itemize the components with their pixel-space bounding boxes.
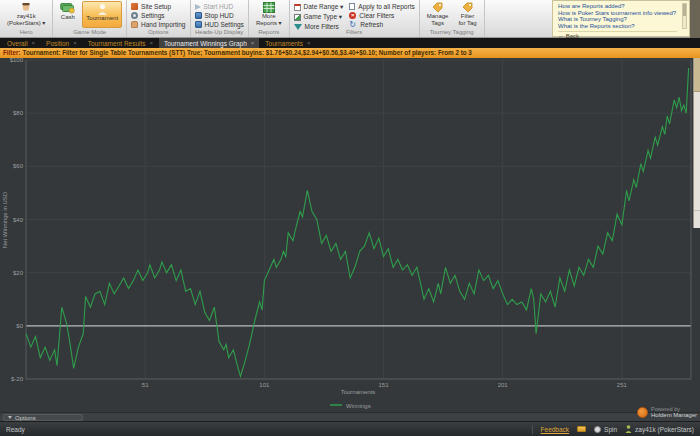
- ribbon-group-reports: More Reports ▾ Reports: [249, 0, 290, 37]
- hero-site: (PokerStars) ▾: [7, 20, 45, 27]
- game-type-label: Game Type ▾: [304, 13, 343, 21]
- clear-filters-button[interactable]: Clear Filters: [349, 12, 414, 19]
- tab-close-icon[interactable]: ×: [150, 40, 154, 46]
- tab-label: Position: [46, 40, 69, 47]
- tab-close-icon[interactable]: ×: [307, 40, 311, 46]
- folder-icon[interactable]: [577, 426, 586, 432]
- spin-indicator[interactable]: Spin: [594, 426, 617, 433]
- feedback-link[interactable]: Feedback: [541, 426, 570, 433]
- hud-settings-label: HUD Settings: [205, 21, 244, 28]
- help-link-tournament-info[interactable]: How is Poker Stars tournament info viewe…: [558, 10, 677, 17]
- help-link-reports-added[interactable]: How are Reports added?: [558, 3, 677, 10]
- svg-text:$60: $60: [13, 163, 24, 169]
- tournament-icon: [97, 3, 108, 15]
- account-label: zay41k (PokerStars): [635, 426, 694, 433]
- clear-filters-label: Clear Filters: [359, 12, 394, 19]
- report-table-icon: [263, 2, 275, 13]
- site-setup-button[interactable]: Site Setup: [131, 3, 185, 10]
- account-indicator[interactable]: zay41k (PokerStars): [625, 425, 694, 433]
- game-type-button[interactable]: Game Type ▾: [294, 13, 344, 21]
- play-icon: [195, 4, 201, 10]
- settings-label: Settings: [141, 12, 165, 19]
- cash-button[interactable]: Cash: [57, 1, 78, 28]
- svg-text:$100: $100: [10, 58, 24, 63]
- manage-tags-line1: Manage: [427, 13, 449, 20]
- tab-close-icon[interactable]: ×: [32, 40, 36, 46]
- ribbon-group-hero: zay41k (PokerStars) ▾ Hero: [0, 0, 53, 37]
- group-label-filters: Filters: [290, 28, 419, 37]
- calendar-icon: [294, 4, 301, 11]
- filter-for-tag-line2: for Tag: [458, 20, 476, 27]
- stop-hud-label: Stop HUD: [205, 12, 234, 19]
- ribbon-group-hud: Start HUD Stop HUD HUD Settings Heads-Up…: [191, 0, 249, 37]
- tab-overall[interactable]: Overall ×: [2, 38, 40, 48]
- hand-icon: [131, 21, 138, 28]
- tab-tournament-winnings-graph[interactable]: Tournament Winnings Graph ×: [159, 38, 259, 48]
- stop-hud-button[interactable]: Stop HUD: [195, 12, 244, 19]
- tab-tournaments[interactable]: Tournaments ×: [260, 38, 315, 48]
- status-bar: Ready Feedback Spin zay41k (PokerStars): [0, 421, 700, 436]
- right-edge-panel-strip: [693, 58, 700, 228]
- svg-text:$20: $20: [13, 270, 24, 276]
- group-label-hud: Heads-Up Display: [191, 28, 248, 37]
- status-separator: [532, 425, 533, 434]
- date-range-button[interactable]: Date Range ▾: [294, 3, 344, 11]
- tab-tournament-results[interactable]: Tournament Results ×: [83, 38, 158, 48]
- cash-label: Cash: [61, 14, 75, 21]
- options-button[interactable]: Options: [3, 414, 83, 421]
- manage-tags-button[interactable]: Manage Tags: [424, 1, 452, 28]
- help-scrollbar[interactable]: [682, 3, 687, 29]
- branding: Powered by Holdem Manager: [637, 406, 697, 419]
- settings-button[interactable]: Settings: [131, 12, 185, 19]
- svg-text:$-20: $-20: [11, 376, 24, 382]
- x-axis-title: Tournaments: [341, 389, 376, 395]
- branding-line2: Holdem Manager: [651, 412, 697, 419]
- cards-icon: [294, 14, 301, 21]
- manage-tags-line2: Tags: [431, 20, 444, 27]
- apply-all-reports-button[interactable]: Apply to all Reports: [349, 3, 414, 10]
- help-back-button[interactable]: ← Back: [558, 31, 677, 39]
- tab-position[interactable]: Position ×: [41, 38, 82, 48]
- help-link-tourney-tagging[interactable]: What is Tourney Tagging?: [558, 16, 677, 23]
- gear-icon: [131, 12, 138, 19]
- svg-text:$80: $80: [13, 110, 24, 116]
- chevron-down-icon: [8, 416, 12, 419]
- svg-text:251: 251: [617, 382, 628, 388]
- right-edge-panel-divider: [694, 210, 700, 211]
- site-setup-label: Site Setup: [141, 3, 171, 10]
- help-panel: How are Reports added? How is Poker Star…: [552, 0, 690, 37]
- y-axis-title: Net Winnings in USD: [2, 191, 8, 248]
- filter-prefix: Filter:: [3, 49, 21, 56]
- tab-bar: Overall × Position × Tournament Results …: [0, 38, 700, 48]
- hud-settings-button[interactable]: HUD Settings: [195, 21, 244, 28]
- hud-settings-icon: [195, 21, 202, 28]
- site-setup-icon: [131, 3, 138, 10]
- filter-for-tag-button[interactable]: Filter for Tag: [455, 1, 479, 28]
- tag-icon: [432, 2, 443, 13]
- group-label-game-mode: Game Mode: [53, 28, 126, 37]
- ribbon-group-game-mode: Cash Tournament Game Mode: [53, 0, 127, 37]
- tournament-button[interactable]: Tournament: [82, 1, 122, 28]
- ribbon-group-filters: Date Range ▾ Game Type ▾ More Filters Ap…: [290, 0, 420, 37]
- help-link-reports-section[interactable]: What is the Reports section?: [558, 23, 677, 30]
- tab-close-icon[interactable]: ×: [251, 40, 255, 46]
- ribbon-group-options: Site Setup Settings Hand Importing Optio…: [127, 0, 190, 37]
- hand-importing-button[interactable]: Hand Importing: [131, 21, 185, 28]
- tag-filter-icon: [462, 2, 473, 13]
- panel-edge-strip: [690, 0, 700, 38]
- hero-button[interactable]: zay41k (PokerStars) ▾: [4, 1, 48, 28]
- more-reports-button[interactable]: More Reports ▾: [253, 1, 285, 28]
- holdem-manager-logo: [637, 407, 648, 418]
- right-edge-panel-strip-top: [694, 58, 700, 92]
- group-label-tagging: Tourney Tagging: [420, 28, 484, 37]
- svg-text:51: 51: [142, 382, 149, 388]
- tab-label: Tournament Results: [88, 40, 146, 47]
- refresh-button[interactable]: Refresh: [349, 21, 414, 28]
- tab-label: Overall: [7, 40, 28, 47]
- options-bar: Options: [0, 412, 700, 421]
- svg-text:$40: $40: [13, 217, 24, 223]
- tab-close-icon[interactable]: ×: [73, 40, 77, 46]
- help-scrollbar-thumb[interactable]: [683, 4, 686, 16]
- tournament-label: Tournament: [86, 15, 118, 22]
- refresh-icon: [349, 21, 357, 28]
